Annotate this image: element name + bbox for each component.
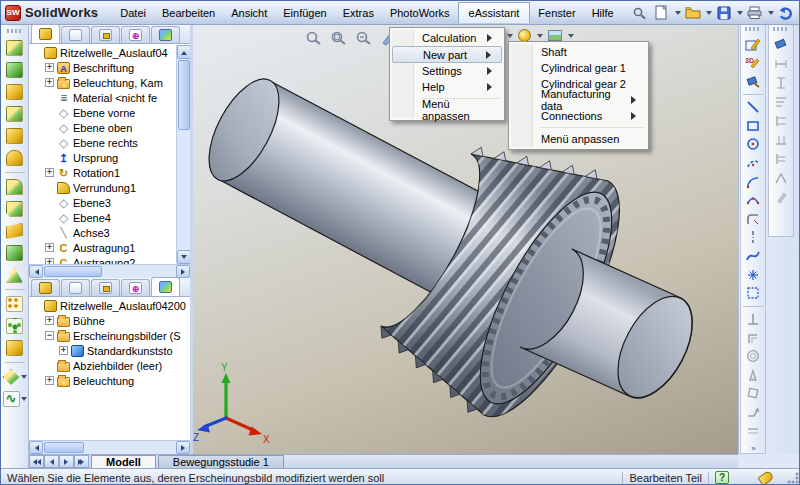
toolbar-grip[interactable]	[745, 27, 761, 31]
trim-entities-icon[interactable]	[744, 386, 762, 402]
menu-extras[interactable]: Extras	[335, 3, 382, 23]
menu-item-settings[interactable]: Settings	[392, 63, 502, 79]
render-lamp-caret-icon[interactable]	[537, 34, 543, 38]
tab-feature-manager[interactable]	[31, 279, 60, 296]
tab-scroll-last-button[interactable]	[74, 455, 89, 468]
expand-icon[interactable]: +	[45, 243, 54, 252]
curves-icon[interactable]	[3, 391, 20, 407]
tab-configuration-manager[interactable]	[91, 279, 120, 296]
scroll-down-button[interactable]	[177, 250, 190, 264]
ordinate-dimension-icon[interactable]	[772, 113, 790, 129]
circular-pattern-icon[interactable]	[6, 318, 23, 334]
menu-item-help[interactable]: Help	[392, 79, 502, 95]
menu-ansicht[interactable]: Ansicht	[223, 3, 275, 23]
scroll-left-button[interactable]	[29, 441, 43, 454]
offset-entities-icon[interactable]	[744, 348, 762, 364]
tree-item[interactable]: +Beleuchtung	[29, 373, 190, 388]
tree-item[interactable]: Abziehbilder (leer)	[29, 358, 190, 373]
zoom-area-icon[interactable]	[328, 28, 349, 47]
reference-geometry-caret-icon[interactable]	[21, 375, 27, 379]
menu-photoworks[interactable]: PhotoWorks	[382, 3, 458, 23]
sketch-3d-icon[interactable]: 3D	[744, 55, 762, 71]
tab-feature-manager[interactable]	[31, 24, 60, 43]
tree-item[interactable]: ◇Ebene3	[29, 195, 176, 210]
extend-entities-icon[interactable]	[744, 404, 762, 420]
display-tree-hscrollbar[interactable]	[29, 440, 190, 454]
render-caret-icon[interactable]	[507, 34, 513, 38]
menu-bearbeiten[interactable]: Bearbeiten	[154, 3, 223, 23]
smart-dimension-icon[interactable]	[772, 37, 790, 53]
open-caret-icon[interactable]	[706, 11, 712, 15]
render-image-caret-icon[interactable]	[568, 34, 574, 38]
line-icon[interactable]	[744, 99, 762, 115]
vertical-dimension-icon[interactable]	[772, 75, 790, 91]
tag-icon[interactable]	[757, 469, 774, 485]
extruded-boss-icon[interactable]	[6, 40, 23, 56]
tree-item[interactable]: +CAustragung2	[29, 255, 176, 264]
tab-property-manager[interactable]	[61, 279, 90, 296]
tree-item[interactable]: +Standardkunststo	[29, 343, 190, 358]
tree-item[interactable]: ◇Ebene4	[29, 210, 176, 225]
revolved-boss-icon[interactable]	[6, 84, 23, 100]
tree-root[interactable]: Ritzelwelle_Auslauf04200	[29, 298, 190, 313]
chamfer-dimension-icon[interactable]	[772, 170, 790, 186]
lofted-boss-icon[interactable]	[6, 128, 23, 144]
tab-dimxpert-manager[interactable]: ⊕	[121, 279, 150, 296]
menu-eassistant[interactable]: eAssistant	[458, 2, 531, 23]
expand-icon[interactable]: +	[45, 316, 54, 325]
feature-tree-hscrollbar[interactable]	[29, 264, 190, 278]
circle-icon[interactable]	[744, 137, 762, 153]
toolbar-grip[interactable]	[773, 27, 789, 31]
tree-item[interactable]: +↻Rotation1	[29, 165, 176, 180]
tree-item[interactable]: Verrundung1	[29, 180, 176, 195]
save-caret-icon[interactable]	[737, 11, 743, 15]
scroll-thumb[interactable]	[44, 266, 102, 277]
horizontal-ordinate-icon[interactable]	[772, 132, 790, 148]
menu-item-cylindrical-gear-1[interactable]: Cylindrical gear 1	[511, 60, 646, 76]
mirror-entities-icon[interactable]	[744, 367, 762, 383]
scroll-thumb[interactable]	[178, 60, 190, 130]
vertical-ordinate-icon[interactable]	[772, 151, 790, 167]
new-document-icon[interactable]	[652, 4, 672, 22]
expand-icon[interactable]: +	[45, 376, 54, 385]
curves-caret-icon[interactable]	[21, 397, 27, 401]
collapse-icon[interactable]: −	[45, 331, 54, 340]
horizontal-dimension-icon[interactable]	[772, 56, 790, 72]
search-icon[interactable]	[630, 4, 650, 22]
tab-display-manager[interactable]	[151, 277, 180, 296]
menu-hilfe[interactable]: Hilfe	[584, 3, 622, 23]
tree-item[interactable]: ◇Ebene oben	[29, 120, 176, 135]
undo-icon[interactable]	[776, 4, 796, 22]
print-caret-icon[interactable]	[768, 11, 774, 15]
rib-icon[interactable]	[6, 267, 23, 283]
tab-scroll-first-button[interactable]	[29, 455, 44, 468]
tab-scroll-next-button[interactable]	[59, 455, 74, 468]
tree-root[interactable]: Ritzelwelle_Auslauf04	[29, 45, 176, 60]
reference-geometry-icon[interactable]	[3, 369, 20, 385]
menu-item-calculation[interactable]: Calculation	[392, 30, 502, 46]
hatch-icon[interactable]	[744, 286, 762, 302]
tab-dimxpert-manager[interactable]: ⊕	[121, 26, 150, 43]
convert-entities-icon[interactable]	[744, 330, 762, 346]
scroll-up-button[interactable]	[177, 45, 190, 59]
scroll-left-button[interactable]	[29, 265, 43, 278]
scroll-right-button[interactable]	[176, 441, 190, 454]
tree-item[interactable]: Material <nicht fe	[29, 90, 176, 105]
linear-pattern-icon[interactable]	[6, 296, 23, 312]
help-badge[interactable]: ?	[715, 471, 729, 484]
point-icon[interactable]	[744, 267, 762, 283]
tree-item[interactable]: ◇Ebene rechts	[29, 135, 176, 150]
menu-item-customize[interactable]: Menü anpassen	[392, 102, 502, 118]
tree-item[interactable]: +CAustragung1	[29, 240, 176, 255]
perpendicular-icon[interactable]	[744, 311, 762, 327]
spline-icon[interactable]	[744, 248, 762, 264]
zoom-fit-icon[interactable]	[303, 28, 324, 47]
tree-item[interactable]: +Bühne	[29, 313, 190, 328]
centerpoint-arc-icon[interactable]	[744, 155, 762, 171]
expand-icon[interactable]: +	[45, 258, 54, 264]
draft-icon[interactable]	[6, 223, 23, 239]
fillet-icon[interactable]	[6, 179, 23, 195]
tree-item[interactable]: ╲Achse3	[29, 225, 176, 240]
three-point-arc-icon[interactable]	[744, 192, 762, 208]
expand-icon[interactable]: +	[59, 346, 68, 355]
